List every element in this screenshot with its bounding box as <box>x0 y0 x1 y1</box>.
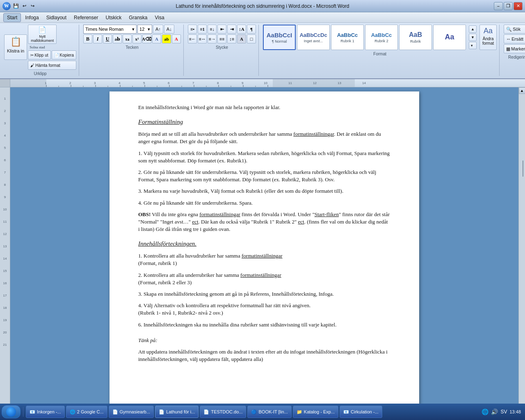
taskbar-item-2[interactable]: 📄 Gymnasiearb... <box>109 406 154 418</box>
change-format-button[interactable]: Aa Ändraformat <box>479 25 497 50</box>
increase-indent-button[interactable]: ⇥ <box>227 25 236 34</box>
document-scroll-area[interactable]: En innehållsförteckning i Word gör man n… <box>10 87 518 420</box>
style-heading[interactable]: AaB Rubrik <box>399 25 432 50</box>
font-name: Times New Roman <box>85 27 123 32</box>
underline-button[interactable]: U <box>103 34 112 43</box>
show-marks-button[interactable]: ¶ <box>247 25 256 34</box>
svg-text:2: 2 <box>69 81 71 85</box>
numbered-list-button[interactable]: ≡1 <box>198 25 207 34</box>
menu-start[interactable]: Start <box>3 13 21 22</box>
align-left-button[interactable]: ≡← <box>188 34 197 43</box>
bullet-list-button[interactable]: ≡• <box>188 25 197 34</box>
bold-button[interactable]: B <box>83 34 92 43</box>
strikethrough-button[interactable]: ab̶ <box>113 34 122 43</box>
style-title[interactable]: Aa <box>433 25 466 50</box>
obs-underline4: ect <box>298 219 304 225</box>
menu-granska[interactable]: Granska <box>126 14 151 22</box>
sok-button[interactable]: 🔍 Sök <box>504 25 525 34</box>
text-effect-button[interactable]: A <box>152 34 161 43</box>
menu-referenser[interactable]: Referenser <box>71 14 101 22</box>
tray-icon-network: 🌐 <box>482 409 488 415</box>
superscript-button[interactable]: x² <box>132 34 142 43</box>
highlight-button[interactable]: ab <box>162 34 171 43</box>
ribbon: 📋 Klistra in 📄 Nyttmalldokument Solna st… <box>0 23 525 79</box>
taskbar-item-5-label: BOOK-IT [lin... <box>258 409 288 414</box>
vertical-scrollbar[interactable]: ▲ ▼ <box>518 87 525 420</box>
style-no-spacing-label: Inget avst... <box>304 39 323 43</box>
document-page: En innehållsförteckning i Word gör man n… <box>110 91 419 420</box>
start-button[interactable] <box>2 405 21 418</box>
svg-text:15: 15 <box>3 269 7 273</box>
redo-quick-btn[interactable]: ↪ <box>29 2 36 10</box>
size-dropdown-icon: ▾ <box>148 27 150 32</box>
decrease-indent-button[interactable]: ⇤ <box>217 25 226 34</box>
save-quick-btn[interactable]: 💾 <box>12 2 20 10</box>
cut-button[interactable]: ✂ Klipp ut <box>28 50 50 59</box>
multilevel-list-button[interactable]: ≡↓ <box>208 25 217 34</box>
font-size-selector[interactable]: 12 ▾ <box>137 25 152 34</box>
markera-button[interactable]: ▦ Markera <box>504 44 525 53</box>
quick-access-toolbar: 💾 ↩ ↪ <box>12 2 36 10</box>
border-button[interactable]: □ <box>247 34 256 43</box>
shading-button[interactable]: A <box>237 34 246 43</box>
tray-icon-lang: SV <box>500 409 507 415</box>
clock: 13:48 <box>509 409 521 415</box>
align-center-button[interactable]: ≡↔ <box>198 34 207 43</box>
svg-text:16: 16 <box>3 281 7 285</box>
taskbar-item-0[interactable]: 📧 Inkorgen -... <box>26 406 65 418</box>
style-no-spacing[interactable]: AaBbCcDc Inget avst... <box>297 25 330 50</box>
restore-button[interactable]: ❐ <box>504 2 513 10</box>
menu-infoga[interactable]: Infoga <box>22 14 42 22</box>
style-expand[interactable]: ▾ <box>469 42 477 49</box>
new-doc-button[interactable]: 📄 Nyttmalldokument <box>28 25 57 44</box>
subscript-button[interactable]: x₂ <box>123 34 132 43</box>
clear-format-button[interactable]: A⌫ <box>142 34 151 43</box>
scroll-up-button[interactable]: ▲ <box>519 87 525 94</box>
menubar: Start Infoga Sidlayout Referenser Utskic… <box>0 12 525 23</box>
close-button[interactable]: ✕ <box>514 2 523 10</box>
taskbar-item-2-label: Gymnasiearb... <box>120 409 151 414</box>
taskbar-item-5[interactable]: 🔵 BOOK-IT [lin... <box>247 406 291 418</box>
taskbar-item-1[interactable]: 🌐 2 Google C... <box>66 406 107 418</box>
window-title: Lathund för innehållsförteckning och sid… <box>0 3 525 9</box>
style-heading1[interactable]: AaBbCc Rubrik 1 <box>331 25 364 50</box>
copy-button[interactable]: 📄 Kopiera <box>52 50 76 59</box>
style-normal[interactable]: AaBbCcI ¶ Normal <box>263 25 296 50</box>
style-heading2[interactable]: AaBbCc Rubrik 2 <box>365 25 398 50</box>
svg-text:13: 13 <box>338 81 341 85</box>
font-color-button[interactable]: A <box>172 34 181 43</box>
style-heading1-sample: AaBbCc <box>337 32 358 38</box>
style-no-spacing-sample: AaBbCcDc <box>299 32 327 38</box>
menu-utskick[interactable]: Utskick <box>102 14 125 22</box>
check2-underline: formatinställningar <box>240 272 281 278</box>
shrink-font-button[interactable]: A↓ <box>164 25 174 34</box>
taskbar-item-4[interactable]: 📄 TESTDOC.do... <box>200 406 246 418</box>
menu-sidlayout[interactable]: Sidlayout <box>43 14 70 22</box>
justify-button[interactable]: ≡≡ <box>217 34 226 43</box>
obs-underline1: formatinställningar <box>199 211 240 217</box>
doc-think-text: Att uppdatera innehållsförteckningen om … <box>138 348 390 363</box>
taskbar-item-1-label: 2 Google C... <box>77 409 104 414</box>
align-right-button[interactable]: ≡→ <box>208 34 217 43</box>
svg-text:10: 10 <box>264 81 267 85</box>
style-scroll-up[interactable]: ▲ <box>469 25 477 33</box>
scroll-thumb[interactable] <box>523 160 523 177</box>
font-selector[interactable]: Times New Roman ▾ <box>83 25 137 34</box>
minimize-button[interactable]: − <box>494 2 503 10</box>
svg-text:17: 17 <box>3 294 7 297</box>
taskbar-item-7[interactable]: 📧 Cirkulation -... <box>340 406 382 418</box>
italic-button[interactable]: I <box>93 34 102 43</box>
format-paint-button[interactable]: 🖌 Hämta format <box>28 61 76 70</box>
grow-font-button[interactable]: A↑ <box>153 25 163 34</box>
style-scroll-down[interactable]: ▼ <box>469 34 477 41</box>
taskbar-item-3[interactable]: 📄 Lathund för i... <box>155 406 199 418</box>
paste-button[interactable]: 📋 Klistra in <box>4 34 27 60</box>
ersatt-button[interactable]: ↔ Ersätt <box>504 34 525 43</box>
taskbar-item-6[interactable]: 📁 Katalog - Exp... <box>293 406 338 418</box>
line-spacing-button[interactable]: ↕≡ <box>227 34 236 43</box>
doc-obs-paragraph: OBS! Vill du inte göra egna formatinstäl… <box>138 211 390 233</box>
undo-quick-btn[interactable]: ↩ <box>21 2 28 10</box>
style-heading-label: Rubrik <box>410 39 421 43</box>
menu-visa[interactable]: Visa <box>152 14 168 22</box>
sort-button[interactable]: ↕A <box>237 25 246 34</box>
